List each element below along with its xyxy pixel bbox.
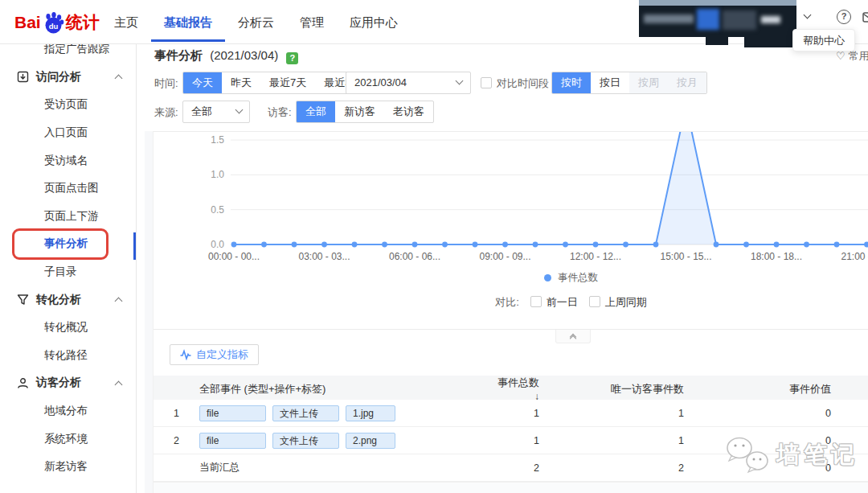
compare-options-row: 对比: 前一日上周同期	[214, 289, 868, 315]
sidebar-item-子目录[interactable]: 子目录	[0, 258, 136, 286]
visitor-option-全部[interactable]: 全部	[297, 101, 335, 122]
svg-text:1.5: 1.5	[211, 134, 224, 146]
nav-tab-应用中心[interactable]: 应用中心	[337, 0, 411, 42]
report-card: 0.00.51.01.500:00 - 00...03:00 - 03...06…	[153, 131, 868, 493]
legend-label: 事件总数	[558, 271, 598, 285]
nav-tab-分析云[interactable]: 分析云	[225, 0, 287, 42]
report-name: 事件分析	[154, 48, 203, 62]
visitor-option-新访客[interactable]: 新访客	[335, 101, 384, 122]
events-table: 全部事件 (类型+操作+标签) 事件总数↓ 唯一访客事件数 事件价值 1file…	[154, 376, 868, 493]
sidebar-item-转化路径[interactable]: 转化路径	[0, 342, 136, 370]
date-picker[interactable]: 2021/03/04	[346, 72, 471, 94]
event-tag: 文件上传	[272, 405, 339, 421]
main-nav-tabs: 主页基础报告分析云管理应用中心	[101, 0, 411, 44]
compare-option-前一日[interactable]: 前一日	[530, 295, 578, 310]
sidebar-item-事件分析[interactable]: 事件分析	[0, 230, 136, 258]
chevron-down-icon	[456, 77, 464, 85]
svg-text:12:00 - 12...: 12:00 - 12...	[570, 251, 621, 262]
events-line-chart[interactable]: 0.00.51.01.500:00 - 00...03:00 - 03...06…	[154, 132, 868, 266]
source-dropdown[interactable]: 全部	[182, 101, 250, 123]
nav-tab-基础报告[interactable]: 基础报告	[151, 0, 225, 42]
baidu-paw-icon: du	[42, 11, 65, 35]
sidebar-item-入口页面[interactable]: 入口页面	[0, 119, 136, 147]
checkbox[interactable]	[530, 296, 542, 307]
person-icon	[16, 376, 29, 389]
content-gutter	[145, 131, 153, 493]
chart-canvas: 0.00.51.01.500:00 - 00...03:00 - 03...06…	[154, 132, 868, 266]
source-value: 全部	[191, 105, 212, 117]
sidebar-item-访问分析[interactable]: 访问分析	[0, 64, 136, 92]
svg-text:03:00 - 03...: 03:00 - 03...	[298, 251, 350, 262]
message-icon[interactable]	[862, 11, 868, 26]
granularity-segmented: 按时按日按周按月	[551, 72, 707, 94]
nav-tab-主页[interactable]: 主页	[101, 0, 151, 42]
visitor-option-老访客[interactable]: 老访客	[384, 101, 433, 122]
time-option-今天[interactable]: 今天	[183, 72, 222, 93]
col-event-value[interactable]: 事件价值	[684, 382, 831, 396]
checkbox[interactable]	[481, 77, 492, 88]
checkbox[interactable]	[589, 296, 600, 307]
event-tag: file	[199, 433, 266, 449]
pulse-icon	[180, 349, 191, 360]
chevron-down-icon[interactable]	[804, 11, 812, 19]
event-tag: 2.png	[346, 433, 395, 449]
sidebar-item-受访域名[interactable]: 受访域名	[0, 146, 136, 175]
svg-text:0.0: 0.0	[211, 239, 224, 250]
time-option-昨天[interactable]: 昨天	[222, 72, 260, 93]
table-row[interactable]: 1file文件上传1.jpg110	[154, 400, 868, 427]
compare-period-checkbox[interactable]: 对比时间段	[481, 76, 549, 91]
custom-metric-button[interactable]: 自定义指标	[170, 344, 259, 365]
svg-text:21:00 - 21...: 21:00 - 21...	[841, 251, 868, 262]
table-row[interactable]: 2file文件上传2.png110	[154, 427, 868, 454]
event-tag: file	[199, 405, 266, 421]
panel-divider	[154, 329, 868, 330]
col-unique-visitors[interactable]: 唯一访客事件数	[539, 382, 684, 396]
chevron-down-icon	[235, 106, 244, 114]
visitor-segmented: 全部新访客老访客	[296, 101, 434, 123]
sidebar-item-转化概况[interactable]: 转化概况	[0, 314, 136, 342]
event-tag: 文件上传	[272, 433, 339, 449]
sidebar-item-受访页面[interactable]: 受访页面	[0, 91, 136, 119]
event-tag: 1.jpg	[346, 405, 395, 421]
help-badge-icon[interactable]: ?	[286, 52, 298, 64]
chevron-up-icon	[115, 380, 123, 388]
col-all-events: 全部事件 (类型+操作+标签)	[199, 382, 491, 396]
redacted-site-selector[interactable]	[639, 0, 796, 37]
logo-text-tongji: 统计	[66, 11, 100, 34]
sidebar-item-转化分析[interactable]: 转化分析	[0, 286, 136, 314]
nav-tab-管理[interactable]: 管理	[287, 0, 337, 42]
baidu-tongji-app: Bai du 统计 主页基础报告分析云管理应用中心	[0, 0, 868, 493]
compare-option-上周同期[interactable]: 上周同期	[589, 295, 647, 310]
chevron-up-icon	[115, 75, 123, 83]
visitor-filter-label: 访客:	[268, 105, 292, 120]
top-nav: Bai du 统计 主页基础报告分析云管理应用中心	[0, 0, 868, 44]
time-filter-label: 时间:	[154, 76, 178, 91]
report-date: (2021/03/04)	[210, 48, 278, 62]
granularity-option-按时[interactable]: 按时	[552, 72, 591, 93]
svg-text:06:00 - 06...: 06:00 - 06...	[389, 251, 440, 262]
svg-text:0.5: 0.5	[211, 204, 224, 216]
collapse-chart-button[interactable]	[555, 330, 591, 343]
svg-text:1.0: 1.0	[211, 169, 224, 180]
chart-legend[interactable]: 事件总数	[214, 266, 868, 289]
help-icon[interactable]: ?	[837, 10, 851, 24]
col-event-total[interactable]: 事件总数↓	[491, 376, 539, 402]
sidebar-item-访客分析[interactable]: 访客分析	[0, 369, 136, 397]
granularity-option-按日[interactable]: 按日	[591, 72, 629, 93]
help-center-tooltip: 帮助中心	[792, 29, 855, 51]
svg-text:du: du	[48, 21, 58, 30]
table-header-row: 全部事件 (类型+操作+标签) 事件总数↓ 唯一访客事件数 事件价值	[154, 376, 868, 400]
sidebar-item-页面点击图[interactable]: 页面点击图	[0, 175, 136, 203]
time-option-最近7天[interactable]: 最近7天	[260, 72, 315, 93]
sidebar-item-页面上下游[interactable]: 页面上下游	[0, 203, 136, 231]
sidebar-item-系统环境[interactable]: 系统环境	[0, 425, 136, 453]
baidu-tongji-logo[interactable]: Bai du 统计	[14, 9, 100, 36]
table-summary-row: 当前汇总220	[154, 454, 868, 482]
heart-icon: ♡	[836, 50, 845, 62]
svg-text:09:00 - 09...: 09:00 - 09...	[479, 251, 530, 262]
sidebar-item-地域分布[interactable]: 地域分布	[0, 397, 136, 425]
sidebar-item-新老访客[interactable]: 新老访客	[0, 453, 136, 481]
logo-text-bai: Bai	[14, 13, 41, 32]
page-title: 事件分析 (2021/03/04) ?	[154, 48, 298, 64]
svg-text:15:00 - 15...: 15:00 - 15...	[660, 251, 711, 262]
